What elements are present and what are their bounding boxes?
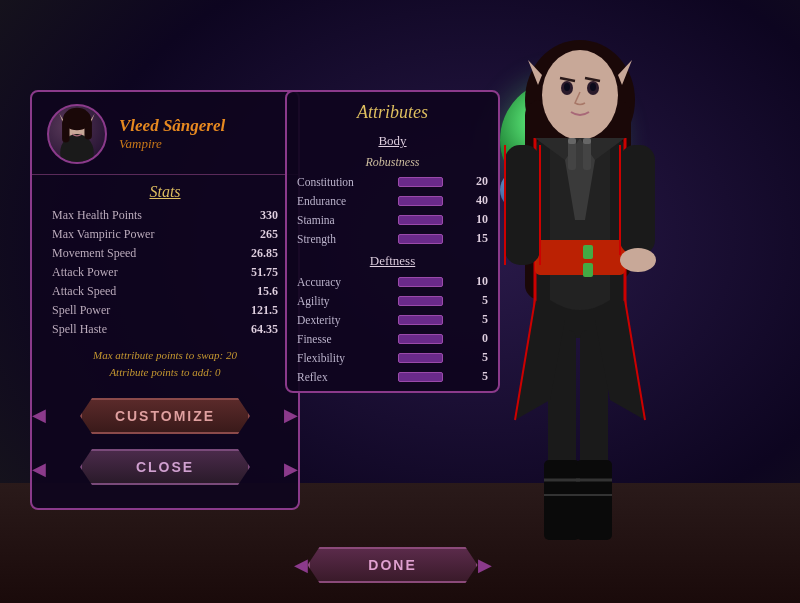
stat-value: 330 xyxy=(260,208,278,223)
attr-row: Finesse 0 xyxy=(287,329,498,348)
stat-row: Attack Power51.75 xyxy=(32,263,298,282)
attr-bar[interactable] xyxy=(398,177,443,187)
attr-bar[interactable] xyxy=(398,196,443,206)
close-button[interactable]: CLOSE xyxy=(80,449,250,485)
attr-value: 10 xyxy=(463,212,488,227)
stat-row: Spell Power121.5 xyxy=(32,301,298,320)
svg-rect-41 xyxy=(568,138,576,144)
stat-label: Max Health Points xyxy=(52,208,142,223)
stat-label: Movement Speed xyxy=(52,246,136,261)
customize-button[interactable]: CUSTOMIZE xyxy=(80,398,250,434)
avatar xyxy=(47,104,107,164)
attr-label: Stamina xyxy=(297,214,377,226)
attr-bar[interactable] xyxy=(398,315,443,325)
character-class: Vampire xyxy=(119,136,225,152)
attr-label: Reflex xyxy=(297,371,377,383)
attr-bar[interactable] xyxy=(398,372,443,382)
attr-label: Agility xyxy=(297,295,377,307)
attr-row: Reflex 5 xyxy=(287,367,498,386)
character-header: Vleed Sângerel Vampire xyxy=(32,92,298,175)
customize-arrow-left: ◀ xyxy=(32,404,46,426)
section-title: Body xyxy=(287,128,498,152)
attr-bar[interactable] xyxy=(398,234,443,244)
character-name: Vleed Sângerel xyxy=(119,116,225,136)
svg-rect-40 xyxy=(583,140,591,170)
char-name-area: Vleed Sângerel Vampire xyxy=(119,116,225,152)
attr-value: 5 xyxy=(463,312,488,327)
stat-label: Spell Haste xyxy=(52,322,107,337)
attr-label: Finesse xyxy=(297,333,377,345)
stat-label: Attack Speed xyxy=(52,284,116,299)
attr-value: 0 xyxy=(463,331,488,346)
done-button[interactable]: DONE xyxy=(308,547,478,583)
svg-point-8 xyxy=(564,83,570,91)
stat-value: 121.5 xyxy=(251,303,278,318)
attr-row: Stamina 10 xyxy=(287,210,498,229)
attributes-title: Attributes xyxy=(287,92,498,128)
svg-rect-20 xyxy=(583,263,593,277)
attr-label: Accuracy xyxy=(297,276,377,288)
stat-value: 26.85 xyxy=(251,246,278,261)
section-title: Deftness xyxy=(287,248,498,272)
attr-value: 20 xyxy=(463,174,488,189)
stat-value: 265 xyxy=(260,227,278,242)
attr-bar[interactable] xyxy=(398,215,443,225)
svg-rect-50 xyxy=(62,119,69,142)
svg-point-26 xyxy=(620,248,656,272)
attr-label: Strength xyxy=(297,233,377,245)
attr-row: Dexterity 5 xyxy=(287,310,498,329)
svg-rect-42 xyxy=(583,138,591,144)
attributes-panel: Attributes BodyRobustness Constitution 2… xyxy=(285,90,500,393)
done-arrow-left: ◀ xyxy=(294,554,308,576)
attr-row: Constitution 20 xyxy=(287,172,498,191)
svg-rect-39 xyxy=(568,140,576,170)
attr-row: Accuracy 10 xyxy=(287,272,498,291)
stat-label: Max Vampiric Power xyxy=(52,227,154,242)
note-line2: Attribute points to add: 0 xyxy=(47,364,283,381)
stat-value: 51.75 xyxy=(251,265,278,280)
stat-value: 64.35 xyxy=(251,322,278,337)
attr-row: Endurance 40 xyxy=(287,191,498,210)
attr-label: Flexibility xyxy=(297,352,377,364)
svg-rect-15 xyxy=(535,240,625,275)
stats-rows: Max Health Points330Max Vampiric Power26… xyxy=(32,206,298,339)
attr-row: Strength 15 xyxy=(287,229,498,248)
stat-value: 15.6 xyxy=(257,284,278,299)
svg-point-9 xyxy=(590,83,596,91)
stats-panel: Vleed Sângerel Vampire Stats Max Health … xyxy=(30,90,300,510)
customize-arrow-right: ▶ xyxy=(284,404,298,426)
attr-value: 5 xyxy=(463,350,488,365)
attr-label: Endurance xyxy=(297,195,377,207)
attr-bar[interactable] xyxy=(398,296,443,306)
stat-row: Max Vampiric Power265 xyxy=(32,225,298,244)
svg-rect-29 xyxy=(544,460,580,540)
attributes-content: BodyRobustness Constitution 20 Endurance… xyxy=(287,128,498,386)
attr-label: Constitution xyxy=(297,176,377,188)
stat-label: Spell Power xyxy=(52,303,110,318)
stat-row: Spell Haste64.35 xyxy=(32,320,298,339)
done-arrow-right: ▶ xyxy=(478,554,492,576)
close-arrow-left: ◀ xyxy=(32,458,46,480)
attribute-note: Max attribute points to swap: 20 Attribu… xyxy=(32,339,298,385)
stat-row: Movement Speed26.85 xyxy=(32,244,298,263)
svg-rect-19 xyxy=(583,245,593,259)
attr-label: Dexterity xyxy=(297,314,377,326)
note-line1: Max attribute points to swap: 20 xyxy=(47,347,283,364)
stats-title: Stats xyxy=(32,175,298,206)
attr-bar[interactable] xyxy=(398,277,443,287)
stat-row: Attack Speed15.6 xyxy=(32,282,298,301)
svg-rect-24 xyxy=(620,145,655,255)
svg-rect-51 xyxy=(84,119,91,140)
attr-value: 5 xyxy=(463,293,488,308)
attr-value: 40 xyxy=(463,193,488,208)
attr-bar[interactable] xyxy=(398,334,443,344)
svg-point-3 xyxy=(542,50,618,140)
done-bar: ◀ DONE ▶ xyxy=(285,547,500,583)
attr-row: Flexibility 5 xyxy=(287,348,498,367)
attr-row: Agility 5 xyxy=(287,291,498,310)
attr-value: 15 xyxy=(463,231,488,246)
attr-value: 10 xyxy=(463,274,488,289)
svg-rect-30 xyxy=(576,460,612,540)
attr-bar[interactable] xyxy=(398,353,443,363)
attr-value: 5 xyxy=(463,369,488,384)
